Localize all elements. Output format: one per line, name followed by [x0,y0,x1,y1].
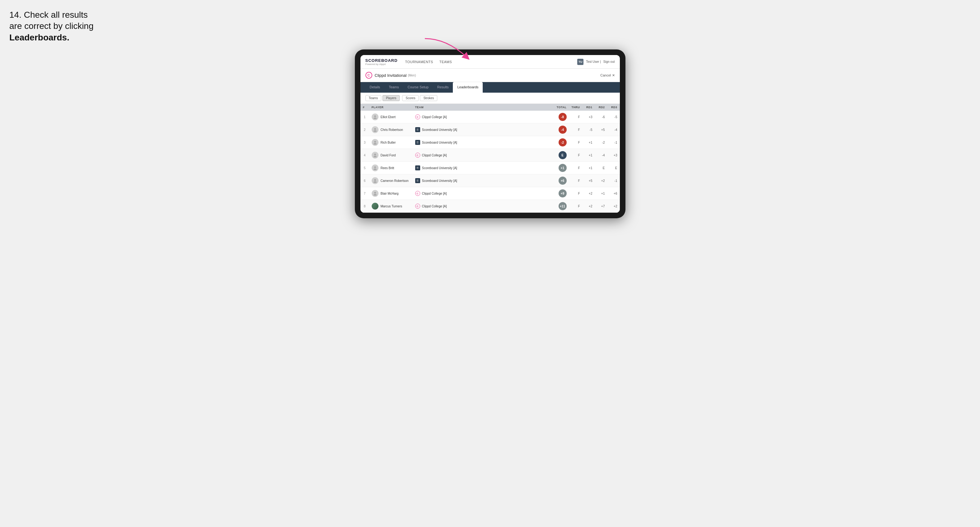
team-icon: C [415,152,420,158]
cell-rank: 8 [361,200,369,213]
player-avatar [372,139,379,146]
player-name: Marcus Turners [381,205,402,208]
svg-point-11 [374,179,376,181]
tab-leaderboards[interactable]: Leaderboards [453,82,483,93]
cell-rank: 6 [361,175,369,187]
table-row: 2 Chris Robertson ☰ Scoreboard Universit… [361,124,620,136]
col-rd1: RD1 [582,104,595,111]
player-name: Blair McHarg [381,192,399,195]
player-avatar [372,165,379,171]
nav-links: TOURNAMENTS TEAMS [405,60,577,64]
filter-teams[interactable]: Teams [366,95,381,101]
svg-point-4 [374,130,377,132]
signout-link[interactable]: Sign out [603,60,615,63]
tab-details[interactable]: Details [366,82,385,93]
cell-rank: 5 [361,162,369,175]
table-row: 1 Elliot Ebert C Clippd College [A] -8 F… [361,111,620,124]
brand: SCOREBOARD Powered by clippd [366,58,398,66]
tournament-badge: (Men) [408,74,416,77]
total-badge: -8 [558,113,567,121]
col-team: TEAM [413,104,541,111]
team-name: Clippd College [A] [422,192,447,195]
cell-rd1: +2 [582,187,595,200]
cell-player: Marcus Turners [369,200,413,213]
cell-total: +6 [550,175,569,187]
team-name: Scoreboard University [A] [422,179,457,183]
player-name: David Ford [381,154,396,157]
nav-teams[interactable]: TEAMS [439,60,452,64]
cell-rank: 3 [361,136,369,149]
cell-rank: 7 [361,187,369,200]
cell-thru: F [569,136,582,149]
cell-player: Rees Britt [369,162,413,175]
tournament-title: Clippd Invitational [375,73,407,78]
player-name: Cameron Robertson [381,179,409,183]
cell-rd2: -2 [595,136,608,149]
cell-rd3: -4 [608,124,620,136]
cell-total: +1 [550,162,569,175]
filter-scores[interactable]: Scores [402,95,418,101]
cell-thru: F [569,124,582,136]
cell-rd2: +7 [595,200,608,213]
team-icon: ☰ [415,127,420,132]
svg-point-9 [374,166,376,168]
svg-point-5 [374,141,376,143]
cell-team: ☰ Scoreboard University [A] [413,136,550,149]
player-avatar [372,177,379,184]
svg-point-1 [374,115,376,117]
cell-team: ☰ Scoreboard University [A] [413,124,550,136]
filter-players[interactable]: Players [383,95,400,101]
cancel-button[interactable]: Cancel ✕ [600,73,614,78]
cell-player: Chris Robertson [369,124,413,136]
tab-results[interactable]: Results [433,82,453,93]
col-rd3: RD3 [608,104,620,111]
filter-strokes[interactable]: Strokes [420,95,437,101]
nav-tournaments[interactable]: TOURNAMENTS [405,60,433,64]
player-name: Rich Butler [381,141,396,144]
tournament-icon: C [366,72,372,79]
navbar: SCOREBOARD Powered by clippd TOURNAMENTS… [361,55,620,69]
cell-thru: F [569,111,582,124]
team-icon: C [415,191,420,196]
total-badge: E [558,151,567,159]
svg-point-2 [374,117,377,119]
tab-course-setup[interactable]: Course Setup [403,82,433,93]
cell-player: Rich Butler [369,136,413,149]
team-icon: ☰ [415,140,420,145]
leaderboard-table: # PLAYER TEAM TOTAL THRU RD1 RD2 RD3 [361,104,620,213]
instruction-line1: 14. Check all results [10,10,88,20]
cell-rd1: +2 [582,200,595,213]
cell-rd3: E [608,162,620,175]
total-badge: -4 [558,125,567,134]
cell-team: ☰ Scoreboard University [A] [413,175,550,187]
user-label: Test User | [586,60,601,63]
team-name: Clippd College [A] [422,205,447,208]
cell-total: -4 [550,124,569,136]
instruction-line2: are correct by clicking [10,21,94,31]
player-name: Chris Robertson [381,128,403,132]
user-avatar: TU [577,59,584,65]
tournament-icon-letter: C [368,73,370,77]
cell-team: C Clippd College [A] [413,111,550,124]
cell-rank: 1 [361,111,369,124]
svg-point-12 [374,181,377,183]
cell-rd2: +5 [595,124,608,136]
cell-rd3: -1 [608,175,620,187]
tournament-header: C Clippd Invitational (Men) Cancel ✕ [361,69,620,82]
cell-rd1: +5 [582,175,595,187]
col-spacer [541,104,550,111]
instruction-block: 14. Check all results are correct by cli… [10,10,127,43]
cell-rd2: E [595,162,608,175]
leaderboard-table-wrapper: # PLAYER TEAM TOTAL THRU RD1 RD2 RD3 [361,104,620,213]
brand-name: SCOREBOARD [366,58,398,63]
player-avatar [372,152,379,159]
tab-teams[interactable]: Teams [384,82,403,93]
total-badge: -2 [558,138,567,146]
cell-player: David Ford [369,149,413,162]
cell-team: ☰ Scoreboard University [A] [413,162,550,175]
table-row: 6 Cameron Robertson ☰ Scoreboard Univers… [361,175,620,187]
table-row: 3 Rich Butler ☰ Scoreboard University [A… [361,136,620,149]
cell-rd1: +3 [582,111,595,124]
table-row: 4 David Ford C Clippd College [A] E F +1… [361,149,620,162]
player-avatar [372,113,379,120]
